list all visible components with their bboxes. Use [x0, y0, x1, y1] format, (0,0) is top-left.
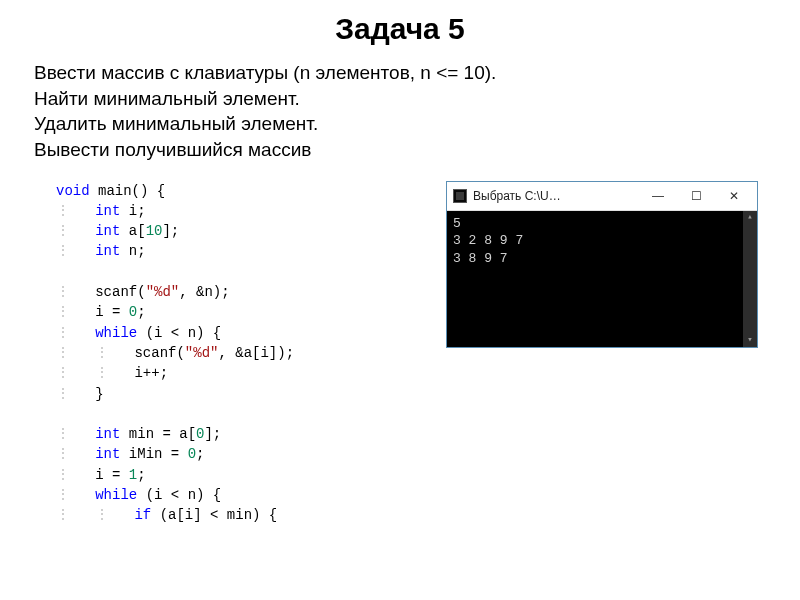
console-window: Выбрать C:\U… — ☐ ✕ 5 3 2 8 9 7 3 8 9 7 … [446, 181, 758, 348]
slide: Задача 5 Ввести массив с клавиатуры (n э… [0, 0, 800, 600]
close-button[interactable]: ✕ [715, 185, 753, 207]
scroll-up-icon[interactable]: ▴ [747, 213, 752, 222]
page-title: Задача 5 [34, 12, 766, 46]
maximize-icon: ☐ [691, 189, 702, 203]
console-line-1: 5 [453, 216, 461, 231]
task-line-4: Вывести получившийся массив [34, 137, 766, 163]
kw-if: if [134, 507, 151, 523]
console-line-2: 3 2 8 9 7 [453, 233, 523, 248]
maximize-button[interactable]: ☐ [677, 185, 715, 207]
kw-while: while [95, 487, 137, 503]
code-editor: void main() { ⋮ int i; ⋮ int a[10]; ⋮ in… [34, 181, 386, 526]
close-icon: ✕ [729, 189, 739, 203]
kw-int: int [95, 203, 120, 219]
scroll-down-icon[interactable]: ▾ [747, 336, 752, 345]
app-icon [453, 189, 467, 203]
content-row: void main() { ⋮ int i; ⋮ int a[10]; ⋮ in… [34, 181, 766, 526]
kw-int: int [95, 223, 120, 239]
console-line-3: 3 8 9 7 [453, 251, 508, 266]
task-description: Ввести массив с клавиатуры (n элементов,… [34, 60, 766, 163]
kw-int: int [95, 446, 120, 462]
minimize-button[interactable]: — [639, 185, 677, 207]
task-line-3: Удалить минимальный элемент. [34, 111, 766, 137]
kw-int: int [95, 426, 120, 442]
kw-void: void [56, 183, 90, 199]
minimize-icon: — [652, 189, 664, 203]
window-titlebar[interactable]: Выбрать C:\U… — ☐ ✕ [447, 182, 757, 211]
console-output[interactable]: 5 3 2 8 9 7 3 8 9 7 ▴ ▾ [447, 211, 757, 347]
task-line-1: Ввести массив с клавиатуры (n элементов,… [34, 60, 766, 86]
scrollbar[interactable]: ▴ ▾ [743, 211, 757, 347]
kw-while: while [95, 325, 137, 341]
task-line-2: Найти минимальный элемент. [34, 86, 766, 112]
kw-int: int [95, 243, 120, 259]
window-title: Выбрать C:\U… [473, 189, 561, 203]
